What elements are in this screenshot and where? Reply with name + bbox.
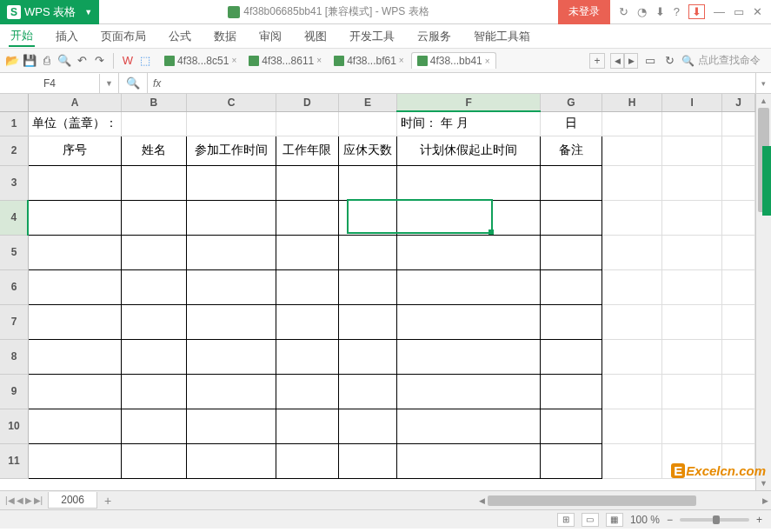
cell-J5[interactable] — [722, 235, 755, 269]
cell-H1[interactable] — [602, 111, 662, 136]
cell-F8[interactable] — [397, 339, 540, 374]
row-header-5[interactable]: 5 — [0, 235, 28, 269]
column-header-I[interactable]: I — [662, 94, 722, 111]
print-icon[interactable]: ⎙ — [40, 54, 54, 68]
row-header-8[interactable]: 8 — [0, 339, 28, 374]
cell-A10[interactable] — [28, 409, 121, 443]
cell-D6[interactable] — [276, 269, 338, 304]
cell-B8[interactable] — [121, 339, 186, 374]
column-header-F[interactable]: F — [397, 94, 540, 111]
doc-tab-close[interactable]: × — [316, 56, 322, 65]
cell-D5[interactable] — [276, 235, 338, 269]
row-header-2[interactable]: 2 — [0, 136, 28, 165]
cloud-icon[interactable]: ⬇ — [655, 5, 665, 18]
zoom-handle[interactable] — [713, 515, 720, 524]
cell-C6[interactable] — [186, 269, 276, 304]
doc-tab[interactable]: 4f38...8611× — [243, 53, 327, 69]
cell-F4[interactable] — [397, 200, 540, 235]
cell-G10[interactable] — [540, 409, 602, 443]
view-normal-button[interactable]: ⊞ — [557, 513, 575, 527]
cell-H10[interactable] — [602, 409, 662, 443]
name-box[interactable] — [0, 74, 100, 93]
open-icon[interactable]: 📂 — [5, 54, 19, 68]
column-header-B[interactable]: B — [121, 94, 186, 111]
command-search[interactable]: 🔍 点此查找命令 — [681, 53, 761, 68]
row-header-7[interactable]: 7 — [0, 304, 28, 339]
zoom-slider[interactable] — [680, 518, 749, 522]
menu-页面布局[interactable]: 页面布局 — [99, 27, 148, 46]
cell-H7[interactable] — [602, 304, 662, 339]
cell-J1[interactable] — [722, 111, 755, 136]
row-header-4[interactable]: 4 — [0, 200, 28, 235]
cell-C5[interactable] — [186, 235, 276, 269]
row-header-6[interactable]: 6 — [0, 269, 28, 304]
refresh-icon[interactable]: ↻ — [662, 54, 676, 68]
doc-tab-close[interactable]: × — [231, 56, 236, 65]
row-header-3[interactable]: 3 — [0, 165, 28, 200]
cell-E6[interactable] — [338, 269, 397, 304]
hscroll-thumb[interactable] — [488, 495, 696, 506]
cell-I9[interactable] — [662, 374, 722, 409]
maximize-button[interactable]: ▭ — [734, 5, 744, 18]
scroll-right-button[interactable]: ▶ — [759, 496, 771, 505]
menu-数据[interactable]: 数据 — [212, 27, 238, 46]
menu-开始[interactable]: 开始 — [9, 26, 35, 47]
cell-I7[interactable] — [662, 304, 722, 339]
cell-A1[interactable]: 单位（盖章）： — [28, 111, 121, 136]
cell-H6[interactable] — [602, 269, 662, 304]
app-dropdown-icon[interactable]: ▼ — [84, 8, 92, 17]
cell-D9[interactable] — [276, 374, 338, 409]
cell-F1[interactable]: 时间： 年 月 — [397, 111, 540, 136]
cell-G1[interactable]: 日 — [540, 111, 602, 136]
scroll-left-button[interactable]: ◀ — [475, 496, 488, 505]
row-header-11[interactable]: 11 — [0, 443, 28, 478]
cell-C10[interactable] — [186, 409, 276, 443]
column-header-G[interactable]: G — [540, 94, 602, 111]
cell-D2[interactable]: 工作年限 — [276, 136, 338, 165]
side-panel-toggle[interactable] — [762, 146, 771, 216]
cell-G7[interactable] — [540, 304, 602, 339]
formula-input[interactable] — [166, 74, 755, 93]
cell-C7[interactable] — [186, 304, 276, 339]
cell-A5[interactable] — [28, 235, 121, 269]
column-header-A[interactable]: A — [28, 94, 121, 111]
cell-J3[interactable] — [722, 165, 755, 200]
cell-D8[interactable] — [276, 339, 338, 374]
cell-J6[interactable] — [722, 269, 755, 304]
cell-C9[interactable] — [186, 374, 276, 409]
cell-H3[interactable] — [602, 165, 662, 200]
menu-视图[interactable]: 视图 — [302, 27, 329, 46]
wps-w-icon[interactable]: W — [121, 54, 135, 68]
cell-D4[interactable] — [276, 200, 338, 235]
spreadsheet-grid[interactable]: ABCDEFGHIJ1单位（盖章）：时间： 年 月日2序号姓名参加工作时间工作年… — [0, 94, 755, 490]
sync-icon[interactable]: ↻ — [619, 5, 628, 18]
redo-icon[interactable]: ↷ — [92, 54, 106, 68]
tab-next-button[interactable]: ▶ — [624, 53, 638, 69]
cell-B10[interactable] — [121, 409, 186, 443]
cell-B11[interactable] — [121, 443, 186, 478]
add-sheet-button[interactable]: + — [97, 494, 118, 508]
cell-E5[interactable] — [338, 235, 397, 269]
download-icon[interactable]: ⬇ — [688, 4, 705, 19]
cell-E4[interactable] — [338, 200, 397, 235]
horizontal-scrollbar[interactable]: ◀ ▶ — [475, 495, 771, 507]
cell-E8[interactable] — [338, 339, 397, 374]
row-header-1[interactable]: 1 — [0, 111, 28, 136]
cell-E10[interactable] — [338, 409, 397, 443]
sheet-tab[interactable]: 2006 — [48, 492, 97, 509]
menu-开发工具[interactable]: 开发工具 — [348, 27, 396, 46]
login-status[interactable]: 未登录 — [558, 0, 610, 24]
namebox-dropdown[interactable]: ▼ — [100, 73, 119, 93]
cell-B9[interactable] — [121, 374, 186, 409]
app-badge[interactable]: S WPS 表格 ▼ — [0, 0, 99, 24]
cell-H8[interactable] — [602, 339, 662, 374]
row-header-10[interactable]: 10 — [0, 409, 28, 443]
sheet-first-button[interactable]: |◀ — [5, 495, 15, 505]
cell-G4[interactable] — [540, 200, 602, 235]
save-icon[interactable]: 💾 — [23, 54, 37, 68]
cell-C11[interactable] — [186, 443, 276, 478]
cell-I4[interactable] — [662, 200, 722, 235]
column-header-D[interactable]: D — [276, 94, 338, 111]
cell-J9[interactable] — [722, 374, 755, 409]
cell-I8[interactable] — [662, 339, 722, 374]
